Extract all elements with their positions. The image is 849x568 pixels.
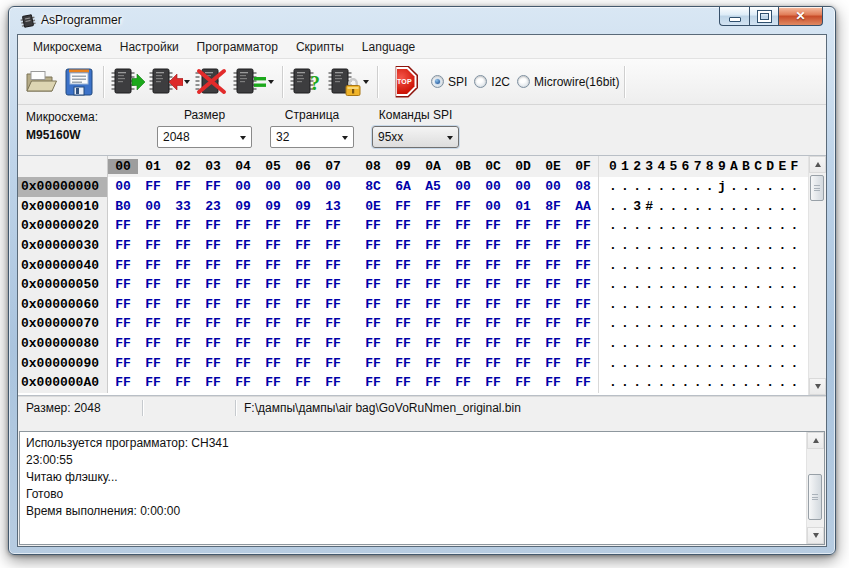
minimize-button[interactable] <box>719 7 749 26</box>
detect-chip-button[interactable]: ? <box>288 63 326 101</box>
hex-byte[interactable]: FF <box>258 316 288 331</box>
hex-byte[interactable]: 09 <box>228 199 258 214</box>
ascii-cell[interactable]: ................ <box>609 336 803 351</box>
radio-option-i2c[interactable]: I2C <box>474 75 510 89</box>
open-file-button[interactable] <box>22 63 60 101</box>
hex-byte[interactable]: FF <box>358 218 388 233</box>
hex-byte[interactable]: FF <box>418 238 448 253</box>
hex-byte[interactable]: FF <box>288 218 318 233</box>
hex-byte[interactable]: FF <box>108 336 138 351</box>
hex-byte[interactable]: FF <box>358 277 388 292</box>
hex-byte[interactable]: FF <box>198 179 228 194</box>
hex-byte[interactable]: FF <box>448 258 478 273</box>
dropdown-caret-icon[interactable] <box>360 63 372 101</box>
chevron-down-icon[interactable] <box>337 132 353 143</box>
hex-byte[interactable]: FF <box>258 297 288 312</box>
hex-byte[interactable]: 00 <box>478 199 508 214</box>
hex-byte[interactable]: FF <box>288 258 318 273</box>
ascii-cell[interactable]: ................ <box>609 218 803 233</box>
hex-byte[interactable]: FF <box>258 356 288 371</box>
ascii-cell[interactable]: ................ <box>609 297 803 312</box>
hex-byte[interactable]: FF <box>108 356 138 371</box>
hex-byte[interactable]: FF <box>228 277 258 292</box>
hex-byte[interactable]: FF <box>358 375 388 390</box>
hex-byte[interactable]: FF <box>138 297 168 312</box>
write-chip-button[interactable] <box>147 63 185 101</box>
hex-byte[interactable]: FF <box>388 316 418 331</box>
hex-byte[interactable]: FF <box>538 277 568 292</box>
hex-byte[interactable]: FF <box>138 277 168 292</box>
hex-byte[interactable]: FF <box>568 356 598 371</box>
hex-byte[interactable]: FF <box>478 375 508 390</box>
hex-byte[interactable]: FF <box>538 316 568 331</box>
hex-byte[interactable]: FF <box>288 238 318 253</box>
hex-byte[interactable]: FF <box>388 336 418 351</box>
hex-byte[interactable]: FF <box>318 238 348 253</box>
scroll-up-icon[interactable] <box>807 432 824 449</box>
chevron-down-icon[interactable] <box>442 132 458 143</box>
hex-byte[interactable]: 00 <box>108 179 138 194</box>
save-file-button[interactable] <box>60 63 98 101</box>
hex-byte[interactable]: FF <box>358 356 388 371</box>
hex-byte[interactable]: FF <box>538 356 568 371</box>
hex-byte[interactable]: FF <box>448 375 478 390</box>
ascii-cell[interactable]: ................ <box>609 356 803 371</box>
unprotect-chip-button[interactable] <box>326 63 364 101</box>
scroll-down-icon[interactable] <box>807 527 824 544</box>
hex-byte[interactable]: FF <box>198 238 228 253</box>
hex-byte[interactable]: FF <box>418 199 448 214</box>
hex-byte[interactable]: FF <box>448 238 478 253</box>
hex-byte[interactable]: FF <box>508 258 538 273</box>
hex-byte[interactable]: 33 <box>168 199 198 214</box>
hex-byte[interactable]: FF <box>568 218 598 233</box>
hex-byte[interactable]: FF <box>228 336 258 351</box>
hex-byte[interactable]: FF <box>478 336 508 351</box>
hex-byte[interactable]: FF <box>418 375 448 390</box>
hex-byte[interactable]: FF <box>228 218 258 233</box>
hex-byte[interactable]: FF <box>448 199 478 214</box>
hex-byte[interactable]: FF <box>418 218 448 233</box>
hex-byte[interactable]: FF <box>138 218 168 233</box>
hex-byte[interactable]: FF <box>288 356 318 371</box>
hex-byte[interactable]: 00 <box>318 179 348 194</box>
hex-byte[interactable]: FF <box>478 238 508 253</box>
hex-byte[interactable]: FF <box>508 238 538 253</box>
hex-byte[interactable]: FF <box>478 218 508 233</box>
hex-byte[interactable]: FF <box>418 356 448 371</box>
hex-byte[interactable]: FF <box>478 277 508 292</box>
hex-byte[interactable]: FF <box>168 336 198 351</box>
radio-option-spi[interactable]: SPI <box>431 75 467 89</box>
radio-option-microwire-16bit-[interactable]: Microwire(16bit) <box>517 75 619 89</box>
hex-byte[interactable]: 08 <box>568 179 598 194</box>
menu-item-1[interactable]: Настройки <box>111 37 188 57</box>
hex-byte[interactable]: FF <box>228 238 258 253</box>
page-select[interactable]: 32 <box>270 126 354 148</box>
hex-byte[interactable]: FF <box>168 316 198 331</box>
hex-byte[interactable]: FF <box>388 297 418 312</box>
ascii-cell[interactable]: ..3#............ <box>609 199 803 214</box>
hex-byte[interactable]: FF <box>538 218 568 233</box>
hex-byte[interactable]: FF <box>198 375 228 390</box>
menu-item-2[interactable]: Программатор <box>188 37 287 57</box>
hex-byte[interactable]: FF <box>388 258 418 273</box>
hex-byte[interactable]: 00 <box>448 179 478 194</box>
hex-byte[interactable]: 00 <box>258 179 288 194</box>
log-scrollbar[interactable] <box>806 432 824 544</box>
hex-byte[interactable]: FF <box>538 375 568 390</box>
hex-byte[interactable]: FF <box>538 297 568 312</box>
hex-byte[interactable]: FF <box>448 316 478 331</box>
ascii-cell[interactable]: .........j...... <box>609 179 803 194</box>
hex-byte[interactable]: FF <box>358 238 388 253</box>
hex-byte[interactable]: FF <box>508 375 538 390</box>
hex-byte[interactable]: 6A <box>388 179 418 194</box>
hex-byte[interactable]: FF <box>478 297 508 312</box>
hex-byte[interactable]: 00 <box>138 199 168 214</box>
hex-byte[interactable]: FF <box>418 277 448 292</box>
hex-byte[interactable]: FF <box>318 277 348 292</box>
hex-byte[interactable]: 09 <box>288 199 318 214</box>
scroll-up-icon[interactable] <box>809 156 826 173</box>
menu-item-0[interactable]: Микросхема <box>24 37 111 57</box>
hex-byte[interactable]: FF <box>418 258 448 273</box>
hex-byte[interactable]: FF <box>168 356 198 371</box>
hex-byte[interactable]: FF <box>198 277 228 292</box>
